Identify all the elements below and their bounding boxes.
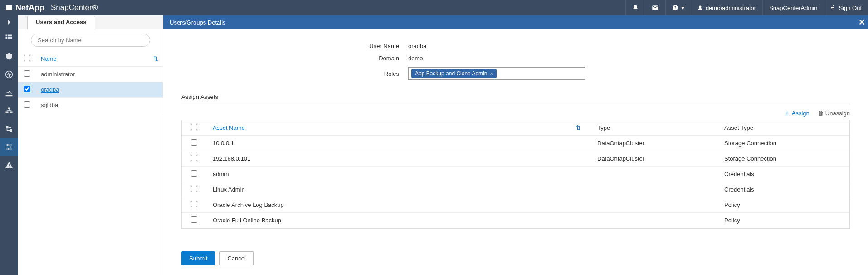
tab-users-access[interactable]: Users and Access — [27, 16, 95, 29]
asset-row[interactable]: rhel2.demo.netapp.com host — [182, 228, 849, 229]
remove-role-icon[interactable]: × — [490, 71, 493, 76]
roles-input[interactable]: App Backup and Clone Admin × — [408, 67, 585, 80]
hosts-icon — [5, 107, 13, 115]
signout-button[interactable]: Sign Out — [824, 0, 868, 15]
brand-name: NetApp — [15, 3, 44, 13]
column-name-header[interactable]: Name ⇅ — [36, 51, 163, 67]
user-checkbox[interactable] — [24, 70, 30, 77]
svg-rect-14 — [10, 129, 12, 132]
chevron-right-icon — [5, 18, 13, 26]
asset-row[interactable]: Oracle Archive Log Backup Policy — [182, 197, 849, 213]
asset-row[interactable]: Linux Admin Credentials — [182, 182, 849, 197]
asset-atype-val: Credentials — [718, 182, 849, 197]
asset-name: 10.0.0.1 — [206, 136, 591, 151]
user-link[interactable]: oradba — [41, 86, 59, 93]
asset-name: Oracle Full Online Backup — [206, 213, 591, 228]
svg-point-2 — [699, 6, 701, 8]
asset-checkbox[interactable] — [191, 155, 197, 161]
mail-icon — [652, 5, 659, 10]
asset-checkbox[interactable] — [191, 201, 197, 207]
nav-resources[interactable] — [0, 47, 18, 65]
settings-icon — [5, 143, 13, 151]
nav-storage[interactable] — [0, 120, 18, 138]
asset-row[interactable]: Oracle Full Online Backup Policy — [182, 213, 849, 228]
svg-rect-19 — [9, 167, 10, 168]
col-type[interactable]: Type — [591, 120, 718, 136]
asset-checkbox[interactable] — [191, 216, 197, 223]
sort-asc-icon: ⇅ — [576, 124, 581, 131]
nav-dashboard[interactable] — [0, 29, 18, 47]
search-input[interactable] — [31, 34, 150, 47]
asset-checkbox[interactable] — [191, 170, 197, 177]
label-roles: Roles — [163, 70, 408, 77]
user-icon — [697, 5, 703, 10]
help-button[interactable]: ? ▾ — [665, 0, 691, 15]
svg-point-17 — [8, 148, 9, 150]
nav-alerts[interactable] — [0, 156, 18, 174]
svg-text:?: ? — [674, 6, 676, 10]
pulse-icon — [5, 70, 13, 79]
user-link[interactable]: sqldba — [41, 102, 58, 108]
unassign-button[interactable]: 🗑 Unassign — [818, 109, 850, 117]
svg-rect-6 — [6, 37, 8, 39]
nav-monitor[interactable] — [0, 65, 18, 83]
cancel-button[interactable]: Cancel — [219, 251, 253, 265]
chevron-down-icon: ▾ — [681, 4, 684, 11]
col-asset-name[interactable]: Asset Name ⇅ — [206, 120, 591, 136]
trash-icon: 🗑 — [818, 110, 824, 117]
assets-table: Asset Name ⇅ Type Asset Type 10.0.0.1 Da… — [182, 120, 849, 228]
role-label[interactable]: SnapCenterAdmin — [762, 0, 824, 15]
assign-button[interactable]: ＋ Assign — [784, 109, 809, 117]
svg-rect-10 — [8, 108, 10, 110]
nav-hosts[interactable] — [0, 102, 18, 120]
asset-name: 192.168.0.101 — [206, 151, 591, 167]
topbar: NetApp SnapCenter® ? ▾ demo\administrato… — [0, 0, 868, 15]
user-row[interactable]: oradba — [18, 82, 163, 98]
svg-rect-5 — [10, 35, 12, 37]
detail-header: Users/Groups Details ✕ — [163, 15, 868, 29]
value-domain: demo — [408, 55, 423, 62]
asset-type-val: DataOntapCluster — [591, 151, 718, 167]
user-row[interactable]: administrator — [18, 67, 163, 82]
asset-row[interactable]: admin Credentials — [182, 167, 849, 182]
svg-point-15 — [7, 144, 9, 146]
brand: NetApp SnapCenter® — [6, 3, 98, 13]
nav-collapse-button[interactable] — [0, 15, 18, 29]
brand-product: SnapCenter® — [51, 3, 98, 12]
select-all-assets[interactable] — [191, 124, 197, 130]
submit-button[interactable]: Submit — [181, 251, 215, 265]
mail-button[interactable] — [645, 0, 665, 15]
select-all-users[interactable] — [24, 55, 30, 61]
asset-type-val — [591, 197, 718, 213]
nav-settings[interactable] — [0, 138, 18, 156]
user-checkbox[interactable] — [24, 86, 30, 92]
shield-icon — [5, 52, 13, 60]
user-menu[interactable]: demo\administrator — [691, 0, 762, 15]
svg-rect-12 — [10, 112, 13, 114]
asset-type-val — [591, 167, 718, 182]
user-label: demo\administrator — [706, 5, 756, 11]
asset-atype-val: Policy — [718, 213, 849, 228]
svg-rect-8 — [10, 37, 12, 39]
asset-name: Oracle Archive Log Backup — [206, 197, 591, 213]
asset-checkbox[interactable] — [191, 139, 197, 146]
notifications-button[interactable] — [625, 0, 645, 15]
brand-logo-icon — [6, 5, 12, 10]
value-user-name: oradba — [408, 43, 426, 49]
user-row[interactable]: sqldba — [18, 98, 163, 113]
role-chip[interactable]: App Backup and Clone Admin × — [411, 69, 497, 78]
svg-rect-3 — [6, 35, 8, 37]
col-asset-type[interactable]: Asset Type — [718, 120, 849, 136]
asset-row[interactable]: 10.0.0.1 DataOntapCluster Storage Connec… — [182, 136, 849, 151]
sort-asc-icon: ⇅ — [153, 55, 158, 62]
user-table: Name ⇅ administrator oradba sqldba — [18, 51, 163, 113]
left-nav — [0, 15, 18, 275]
user-link[interactable]: administrator — [41, 71, 75, 78]
asset-checkbox[interactable] — [191, 186, 197, 192]
user-checkbox[interactable] — [24, 101, 30, 108]
asset-row[interactable]: 192.168.0.101 DataOntapCluster Storage C… — [182, 151, 849, 167]
close-button[interactable]: ✕ — [858, 17, 865, 27]
nav-reports[interactable] — [0, 83, 18, 102]
label-domain: Domain — [163, 55, 408, 62]
asset-atype-val: Storage Connection — [718, 151, 849, 167]
